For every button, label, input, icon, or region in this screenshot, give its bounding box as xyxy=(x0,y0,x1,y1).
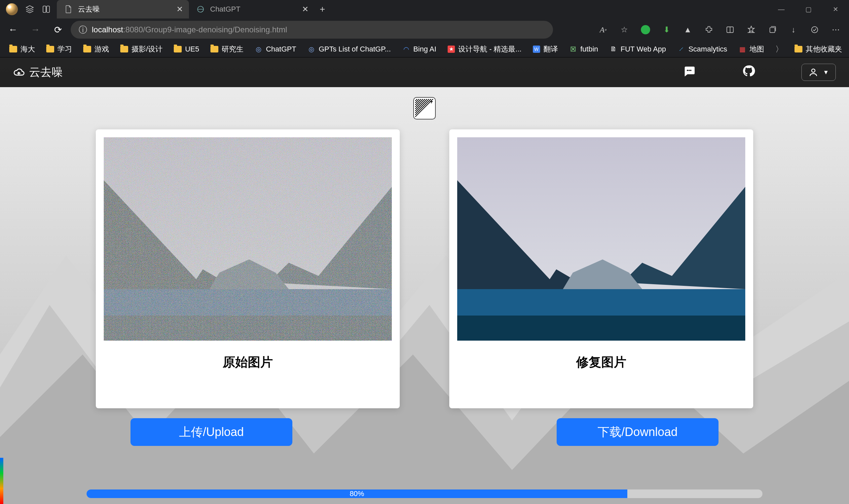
bookmark-folder[interactable]: UE5 xyxy=(169,42,204,56)
address-bar: ← → ⟳ ⓘ localhost:8080/Group9-image-deno… xyxy=(0,18,849,41)
maximize-button[interactable]: ▢ xyxy=(795,0,822,18)
original-card: 原始图片 xyxy=(96,129,400,408)
split-icon[interactable] xyxy=(720,21,740,38)
svg-point-8 xyxy=(687,70,688,71)
close-icon[interactable]: ✕ xyxy=(176,5,183,14)
bookmark-link[interactable]: ◠Bing AI xyxy=(397,42,441,56)
bookmark-link[interactable]: W翻译 xyxy=(528,42,562,56)
noise-icon-button[interactable] xyxy=(413,97,436,120)
folder-icon xyxy=(174,46,182,53)
folder-icon xyxy=(83,46,91,53)
github-icon[interactable] xyxy=(742,65,755,80)
app-header: 云去噪 ▼ xyxy=(0,57,849,87)
extension-green-icon[interactable] xyxy=(636,21,655,38)
bookmark-link[interactable]: ★设计导航 - 精选最... xyxy=(443,42,526,56)
bookmark-folder[interactable]: 学习 xyxy=(41,42,77,56)
favorites-list-icon[interactable] xyxy=(741,21,761,38)
performance-icon[interactable] xyxy=(805,21,825,38)
page-content: 云去噪 ▼ xyxy=(0,57,849,504)
tab-chatgpt[interactable]: ChatGPT ✕ xyxy=(189,0,314,18)
user-icon xyxy=(808,67,818,77)
progress-label: 80% xyxy=(349,489,364,498)
favorite-icon[interactable]: ☆ xyxy=(614,21,634,38)
svg-point-10 xyxy=(690,70,691,71)
triangle-icon[interactable]: ▲ xyxy=(678,21,698,38)
site-icon: ◠ xyxy=(402,45,410,53)
minimize-button[interactable]: — xyxy=(768,0,795,18)
downloads-icon[interactable]: ↓ xyxy=(784,21,803,38)
close-icon[interactable]: ✕ xyxy=(302,5,309,14)
info-icon[interactable]: ⓘ xyxy=(79,24,87,36)
tab-title: 云去噪 xyxy=(78,4,100,14)
workspace-icon[interactable] xyxy=(24,3,36,15)
forward-button[interactable]: → xyxy=(26,21,45,38)
bookmark-link[interactable]: ▦地图 xyxy=(734,42,769,56)
url-path: :8080/Group9-image-denoising/Denoising.h… xyxy=(123,25,287,34)
back-button[interactable]: ← xyxy=(3,21,22,38)
folder-icon xyxy=(210,46,218,53)
caret-down-icon: ▼ xyxy=(823,69,829,76)
bookmark-link[interactable]: ◎GPTs List of ChatGP... xyxy=(303,42,395,56)
svg-rect-13 xyxy=(104,289,392,316)
bookmark-folder[interactable]: 游戏 xyxy=(79,42,114,56)
tab-denoise[interactable]: 云去噪 ✕ xyxy=(57,0,189,18)
bookmark-folder-other[interactable]: 其他收藏夹 xyxy=(790,42,847,56)
bookmark-link[interactable]: ⟋Scamalytics xyxy=(673,42,732,56)
toolbar-icons: A» ☆ ⬇ ▲ ↓ ⋯ xyxy=(593,21,846,38)
window-titlebar: 云去噪 ✕ ChatGPT ✕ + — ▢ ✕ xyxy=(0,0,849,18)
folder-icon xyxy=(9,46,17,53)
extensions-icon[interactable] xyxy=(699,21,719,38)
download-button[interactable]: 下载/Download xyxy=(557,418,718,446)
openai-icon xyxy=(196,5,205,14)
close-window-button[interactable]: ✕ xyxy=(822,0,849,18)
site-icon: ☒ xyxy=(569,45,577,53)
bookmark-link[interactable]: ◎ChatGPT xyxy=(250,42,301,56)
bookmark-folder[interactable]: 海大 xyxy=(5,42,40,56)
collections-icon[interactable] xyxy=(762,21,782,38)
tab-strip: 云去噪 ✕ ChatGPT ✕ + xyxy=(57,0,330,18)
app-brand[interactable]: 云去噪 xyxy=(13,65,63,80)
original-image xyxy=(104,137,392,341)
url-host: localhost xyxy=(92,25,123,34)
download-ext-icon[interactable]: ⬇ xyxy=(657,21,677,38)
bookmark-folder[interactable]: 研究生 xyxy=(206,42,248,56)
svg-point-11 xyxy=(812,69,815,72)
bookmarks-bar: 海大 学习 游戏 摄影/设计 UE5 研究生 ◎ChatGPT ◎GPTs Li… xyxy=(0,41,849,57)
bookmark-link[interactable]: 🗎FUT Web App xyxy=(605,42,671,56)
chat-icon[interactable] xyxy=(682,65,696,80)
site-icon: 🗎 xyxy=(609,45,618,53)
read-aloud-icon[interactable]: A» xyxy=(593,21,613,38)
bookmark-folder[interactable]: 摄影/设计 xyxy=(116,42,167,56)
action-buttons: 上传/Upload 下载/Download xyxy=(131,418,718,446)
brand-text: 云去噪 xyxy=(29,65,63,80)
reload-button[interactable]: ⟳ xyxy=(48,21,67,38)
url-input[interactable]: ⓘ localhost:8080/Group9-image-denoising/… xyxy=(71,21,553,39)
bookmark-link[interactable]: ☒futbin xyxy=(565,42,603,56)
user-dropdown[interactable]: ▼ xyxy=(801,64,836,81)
cloud-upload-icon xyxy=(13,67,24,78)
site-icon: ◎ xyxy=(255,45,263,53)
svg-rect-17 xyxy=(457,316,745,341)
folder-icon xyxy=(795,46,802,53)
site-icon: ★ xyxy=(448,46,455,53)
tab-actions-icon[interactable] xyxy=(40,3,52,15)
folder-icon xyxy=(120,46,128,53)
bookmark-overflow-icon[interactable]: 〉 xyxy=(771,44,788,54)
new-tab-button[interactable]: + xyxy=(314,0,330,18)
progress-fill: 80% xyxy=(87,489,627,498)
original-title: 原始图片 xyxy=(223,354,273,371)
tab-title: ChatGPT xyxy=(210,5,241,14)
svg-rect-1 xyxy=(47,6,50,13)
window-controls: — ▢ ✕ xyxy=(768,0,849,18)
progress-bar: 80% xyxy=(87,489,762,498)
svg-rect-14 xyxy=(104,316,392,341)
svg-point-9 xyxy=(689,70,690,71)
more-icon[interactable]: ⋯ xyxy=(826,21,846,38)
restored-image xyxy=(457,137,745,341)
app-logo-icon xyxy=(6,3,18,15)
upload-button[interactable]: 上传/Upload xyxy=(131,418,292,446)
main-stage: 原始图片 修复图片 上传/Upload xyxy=(0,87,849,456)
svg-rect-0 xyxy=(43,6,46,13)
site-icon: W xyxy=(533,46,540,53)
site-icon: ⟋ xyxy=(677,45,685,53)
